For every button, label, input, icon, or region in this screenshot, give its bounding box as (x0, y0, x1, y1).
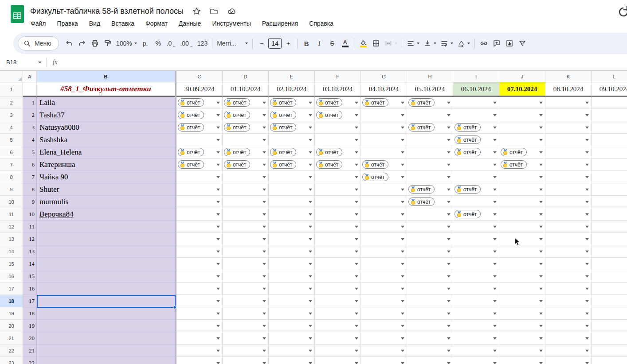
cell-F4[interactable] (315, 121, 361, 134)
dropdown-arrow-icon[interactable] (401, 349, 404, 352)
cell-I1[interactable]: 06.10.2024 (453, 82, 499, 97)
cell-B20[interactable] (37, 320, 175, 332)
cell-L7[interactable] (592, 159, 627, 171)
dropdown-arrow-icon[interactable] (539, 337, 543, 339)
cell-L14[interactable] (592, 245, 627, 258)
cell-K15[interactable] (545, 258, 592, 270)
cell-A15[interactable]: 14 (23, 258, 37, 270)
report-chip[interactable]: отчёт (316, 111, 342, 119)
text-color-button[interactable]: A (339, 37, 351, 50)
report-chip[interactable]: отчёт (408, 123, 435, 132)
cell-I15[interactable] (453, 258, 499, 270)
dropdown-arrow-icon[interactable] (539, 300, 543, 302)
dropdown-arrow-icon[interactable] (216, 287, 220, 290)
cell-C3[interactable]: отчёт (176, 109, 223, 121)
cell-B3[interactable]: Tasha37 (37, 109, 175, 121)
dropdown-arrow-icon[interactable] (355, 263, 358, 265)
cell-J16[interactable] (499, 270, 545, 283)
redo-button[interactable] (76, 37, 88, 50)
cell-E11[interactable] (269, 208, 315, 221)
cell-A21[interactable]: 20 (23, 332, 37, 345)
dropdown-arrow-icon[interactable] (309, 201, 312, 203)
cell-B19[interactable] (37, 307, 175, 320)
cell-L10[interactable] (592, 196, 627, 208)
cell-A3[interactable]: 2 (23, 109, 37, 121)
text-rotation-button[interactable] (455, 37, 472, 50)
cell-K4[interactable] (545, 121, 592, 134)
cell-A8[interactable]: 7 (23, 171, 37, 183)
dropdown-arrow-icon[interactable] (585, 163, 589, 166)
cell-F16[interactable] (315, 270, 361, 283)
cell-E4[interactable]: отчёт (269, 121, 315, 134)
dropdown-arrow-icon[interactable] (493, 238, 497, 240)
dropdown-arrow-icon[interactable] (355, 151, 358, 153)
cell-G9[interactable] (361, 183, 407, 196)
dropdown-arrow-icon[interactable] (216, 126, 220, 128)
cell-E15[interactable] (269, 258, 315, 270)
cell-J7[interactable]: отчёт (499, 159, 545, 171)
report-chip[interactable]: отчёт (455, 210, 481, 218)
cell-E19[interactable] (269, 307, 315, 320)
dropdown-arrow-icon[interactable] (493, 139, 497, 141)
cell-E8[interactable] (269, 171, 315, 183)
cell-H17[interactable] (407, 283, 453, 295)
cell-G21[interactable] (361, 332, 407, 345)
dropdown-arrow-icon[interactable] (355, 325, 358, 327)
dropdown-arrow-icon[interactable] (447, 349, 451, 352)
row-header-7[interactable]: 7 (0, 159, 23, 171)
dropdown-arrow-icon[interactable] (355, 312, 358, 314)
dropdown-arrow-icon[interactable] (263, 263, 266, 265)
cell-D8[interactable] (223, 171, 269, 183)
cell-C10[interactable] (176, 196, 223, 208)
vertical-align-button[interactable] (422, 37, 438, 50)
cell-J11[interactable] (499, 208, 545, 221)
dropdown-arrow-icon[interactable] (263, 250, 266, 252)
dropdown-arrow-icon[interactable] (401, 163, 404, 166)
cell-E21[interactable] (269, 332, 315, 345)
dropdown-arrow-icon[interactable] (447, 225, 451, 228)
dropdown-arrow-icon[interactable] (401, 126, 404, 128)
cell-E3[interactable]: отчёт (269, 109, 315, 121)
cell-H19[interactable] (407, 307, 453, 320)
dropdown-arrow-icon[interactable] (447, 325, 451, 327)
cell-G6[interactable] (361, 146, 407, 159)
cell-A1[interactable] (23, 82, 37, 97)
report-chip[interactable]: отчёт (270, 98, 296, 107)
row-header-19[interactable]: 19 (0, 307, 23, 320)
cell-L8[interactable] (592, 171, 627, 183)
row-header-23[interactable]: 23 (0, 357, 23, 364)
cell-E16[interactable] (269, 270, 315, 283)
column-header-B[interactable]: B (37, 71, 175, 82)
dropdown-arrow-icon[interactable] (401, 201, 404, 203)
report-chip[interactable]: отчёт (270, 123, 296, 132)
cell-F7[interactable]: отчёт (315, 159, 361, 171)
cell-K13[interactable] (545, 233, 592, 245)
dropdown-arrow-icon[interactable] (539, 263, 543, 265)
cell-F11[interactable] (315, 208, 361, 221)
row-header-3[interactable]: 3 (0, 109, 23, 121)
dropdown-arrow-icon[interactable] (216, 325, 220, 327)
column-header-E[interactable]: E (269, 71, 315, 82)
cell-H15[interactable] (407, 258, 453, 270)
zoom-select[interactable]: 100% (114, 37, 139, 50)
cell-I8[interactable] (453, 171, 499, 183)
cell-J5[interactable] (499, 134, 545, 146)
cell-K1[interactable]: 08.10.2024 (545, 82, 592, 97)
dropdown-arrow-icon[interactable] (493, 349, 497, 352)
dropdown-arrow-icon[interactable] (539, 201, 543, 203)
cell-L9[interactable] (592, 183, 627, 196)
column-header-A[interactable]: A (23, 71, 37, 82)
menu-view[interactable]: Вид (89, 19, 101, 28)
report-chip[interactable]: отчёт (178, 111, 204, 119)
dropdown-arrow-icon[interactable] (401, 337, 404, 339)
dropdown-arrow-icon[interactable] (216, 300, 220, 302)
dropdown-arrow-icon[interactable] (216, 201, 220, 203)
dropdown-arrow-icon[interactable] (401, 139, 404, 141)
report-chip[interactable]: отчёт (178, 98, 204, 107)
cell-E18[interactable] (269, 295, 315, 307)
dropdown-arrow-icon[interactable] (493, 163, 497, 166)
row-header-6[interactable]: 6 (0, 146, 23, 159)
cell-K23[interactable] (545, 357, 592, 364)
row-header-5[interactable]: 5 (0, 134, 23, 146)
dropdown-arrow-icon[interactable] (493, 201, 497, 203)
